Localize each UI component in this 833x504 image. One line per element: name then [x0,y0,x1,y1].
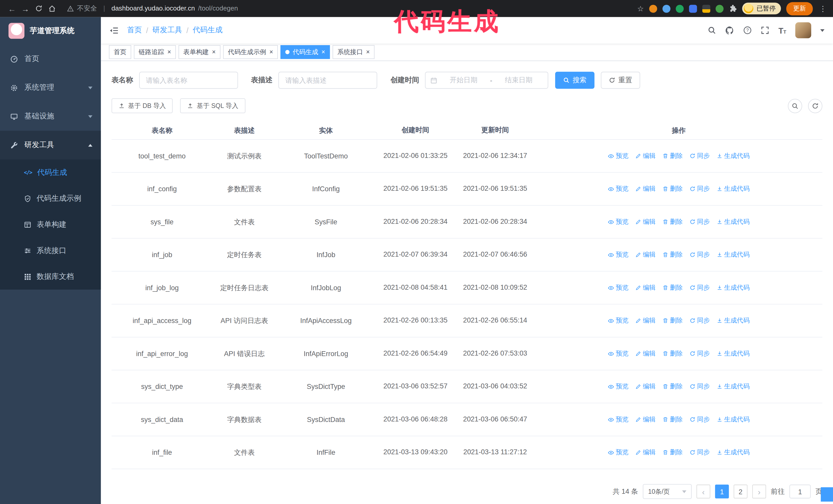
tab-system-api[interactable]: 系统接口× [333,45,375,59]
edit-link[interactable]: 编辑 [635,184,656,193]
preview-link[interactable]: 预览 [608,184,628,193]
preview-link[interactable]: 预览 [608,151,628,161]
delete-link[interactable]: 删除 [663,349,683,358]
table-desc-input[interactable] [278,72,377,89]
breadcrumb-home[interactable]: 首页 [127,25,142,35]
extension-icon[interactable] [663,5,670,13]
back-icon[interactable]: ← [5,4,19,13]
tab-codegen[interactable]: 代码生成× [280,45,330,59]
update-button[interactable]: 更新 [786,2,813,15]
tab-form-builder[interactable]: 表单构建× [178,45,220,59]
sync-link[interactable]: 同步 [689,250,710,259]
date-start-placeholder[interactable]: 开始日期 [439,75,488,85]
tab-trace[interactable]: 链路追踪× [134,45,176,59]
create-time-range-picker[interactable]: 开始日期 - 结束日期 [425,72,548,89]
delete-link[interactable]: 删除 [663,217,683,226]
search-button[interactable]: 搜索 [555,72,594,89]
import-sql-button[interactable]: 基于 SQL 导入 [180,98,245,113]
edit-link[interactable]: 编辑 [635,382,656,391]
close-icon[interactable]: × [269,49,273,55]
extension-icon[interactable] [689,5,697,13]
generate-code-link[interactable]: 生成代码 [717,415,750,424]
generate-code-link[interactable]: 生成代码 [717,448,750,457]
date-end-placeholder[interactable]: 结束日期 [494,75,543,85]
generate-code-link[interactable]: 生成代码 [717,316,750,325]
sync-link[interactable]: 同步 [689,316,710,325]
github-icon[interactable] [725,26,734,35]
close-icon[interactable]: × [212,49,216,55]
preview-link[interactable]: 预览 [608,382,628,391]
extensions-puzzle-icon[interactable] [729,5,737,13]
sidebar-item-home[interactable]: 首页 [0,45,101,73]
font-size-icon[interactable]: TT [779,26,786,34]
delete-link[interactable]: 删除 [663,250,683,259]
prev-page-button[interactable]: ‹ [696,484,710,498]
search-icon[interactable] [708,26,716,34]
sidebar-item-system-api[interactable]: 系统接口 [0,237,101,264]
sidebar-item-devtools[interactable]: 研发工具 [0,131,101,160]
delete-link[interactable]: 删除 [663,448,683,457]
generate-code-link[interactable]: 生成代码 [717,382,750,391]
delete-link[interactable]: 删除 [663,316,683,325]
edit-link[interactable]: 编辑 [635,217,656,226]
sidebar-item-db-doc[interactable]: 数据库文档 [0,264,101,290]
user-avatar[interactable] [795,22,811,38]
generate-code-link[interactable]: 生成代码 [717,283,750,292]
edit-link[interactable]: 编辑 [635,349,656,358]
sync-link[interactable]: 同步 [689,415,710,424]
sync-link[interactable]: 同步 [689,448,710,457]
fullscreen-icon[interactable] [761,26,769,34]
home-icon[interactable] [45,5,58,12]
edit-link[interactable]: 编辑 [635,283,656,292]
chevron-down-icon[interactable] [820,29,825,31]
edit-link[interactable]: 编辑 [635,250,656,259]
profile-chip[interactable]: 已暂停 [742,3,781,14]
edit-link[interactable]: 编辑 [635,415,656,424]
tab-codegen-example[interactable]: 代码生成示例× [223,45,278,59]
delete-link[interactable]: 删除 [663,415,683,424]
preview-link[interactable]: 预览 [608,250,628,259]
sync-link[interactable]: 同步 [689,217,710,226]
import-db-button[interactable]: 基于 DB 导入 [112,98,173,113]
reload-icon[interactable] [32,5,45,12]
generate-code-link[interactable]: 生成代码 [717,151,750,161]
page-size-select[interactable]: 10条/页 [643,484,692,499]
help-icon[interactable]: ? [743,26,752,34]
table-name-input[interactable] [139,72,238,89]
generate-code-link[interactable]: 生成代码 [717,184,750,193]
toggle-search-button[interactable] [788,98,802,113]
sidebar-item-form-builder[interactable]: 表单构建 [0,212,101,238]
reset-button[interactable]: 重置 [601,72,640,89]
generate-code-link[interactable]: 生成代码 [717,250,750,259]
sidebar-item-codegen-example[interactable]: 代码生成示例 [0,185,101,212]
bookmark-star-icon[interactable]: ☆ [637,4,644,13]
generate-code-link[interactable]: 生成代码 [717,349,750,358]
close-icon[interactable]: × [366,49,370,55]
edit-link[interactable]: 编辑 [635,151,656,161]
refresh-table-button[interactable] [808,98,823,113]
close-icon[interactable]: × [167,49,171,55]
fold-menu-icon[interactable] [110,26,118,35]
corner-button[interactable] [821,487,833,502]
preview-link[interactable]: 预览 [608,448,628,457]
menu-kebab-icon[interactable]: ⋮ [818,4,828,13]
extension-icon[interactable] [675,5,684,13]
next-page-button[interactable]: › [752,484,766,498]
sync-link[interactable]: 同步 [689,283,710,292]
delete-link[interactable]: 删除 [663,151,683,161]
sidebar-item-system[interactable]: 系统管理 [0,73,101,102]
sync-link[interactable]: 同步 [689,151,710,161]
delete-link[interactable]: 删除 [663,283,683,292]
extension-icon[interactable] [649,5,657,13]
preview-link[interactable]: 预览 [608,283,628,292]
sync-link[interactable]: 同步 [689,184,710,193]
goto-page-input[interactable] [789,484,811,498]
preview-link[interactable]: 预览 [608,415,628,424]
preview-link[interactable]: 预览 [608,349,628,358]
extension-icon[interactable] [716,5,723,13]
edit-link[interactable]: 编辑 [635,448,656,457]
generate-code-link[interactable]: 生成代码 [717,217,750,226]
forward-icon[interactable]: → [19,4,32,13]
sidebar-item-codegen[interactable]: </> 代码生成 [0,160,101,186]
address-bar[interactable]: 不安全 | dashboard.yudao.iocoder.cn/tool/co… [67,4,637,13]
